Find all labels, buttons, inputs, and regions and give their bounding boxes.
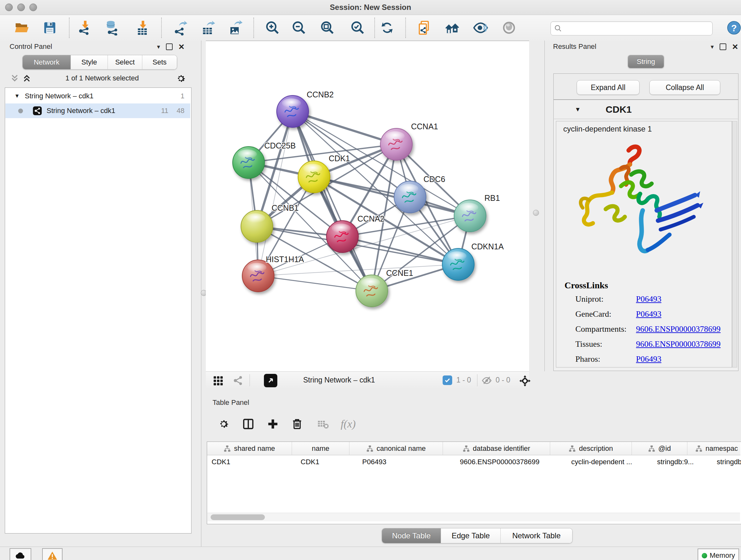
right-splitter[interactable]	[529, 41, 544, 371]
import-network-icon	[77, 20, 92, 36]
show-columns-button[interactable]	[239, 415, 258, 434]
network-edge-CDK1-RB1[interactable]	[314, 177, 470, 216]
save-session-button[interactable]	[41, 19, 59, 37]
zoom-out-button[interactable]	[290, 19, 308, 37]
help-button[interactable]: ?	[725, 19, 741, 37]
tab-select[interactable]: Select	[108, 55, 142, 69]
column-header--id[interactable]: @id	[632, 442, 687, 455]
import-network-database-button[interactable]	[103, 19, 121, 37]
network-node-CCNA2[interactable]	[327, 221, 358, 253]
network-collection-row[interactable]: ▼ String Network – cdk1 1	[5, 89, 190, 104]
export-table-button[interactable]	[199, 19, 217, 37]
table-cell[interactable]: cyclin-dependent ...	[567, 455, 653, 469]
network-edge-CCNB2-CCNE1[interactable]	[293, 111, 372, 291]
column-header-canonical-name[interactable]: canonical name	[349, 442, 443, 455]
table-cell[interactable]: CDK1	[296, 455, 358, 469]
network-overview-button[interactable]	[232, 375, 244, 388]
table-options-button[interactable]	[214, 415, 233, 434]
column-header-description[interactable]: description	[550, 442, 632, 455]
network-row-selected[interactable]: String Network – cdk1 11 48	[5, 104, 190, 118]
birdseye-view-button[interactable]	[264, 374, 277, 387]
zoom-selected-button[interactable]	[349, 19, 367, 37]
string-home-button[interactable]	[443, 19, 461, 37]
import-network-file-button[interactable]	[76, 19, 93, 37]
network-node-CDC25B[interactable]	[232, 146, 265, 179]
column-header-namespac[interactable]: namespac	[687, 442, 741, 455]
collapse-all-networks-button[interactable]	[10, 73, 20, 84]
network-node-CDKN1A[interactable]	[442, 248, 474, 280]
table-row[interactable]: CDK1CDK1P064939606.ENSP00000378699cyclin…	[207, 455, 740, 469]
network-node-CDC6[interactable]	[394, 181, 426, 213]
column-header-database-identifier[interactable]: database identifier	[443, 442, 550, 455]
network-edge-CCNB2-CCNA1[interactable]	[293, 111, 396, 144]
clone-network-button[interactable]	[415, 19, 433, 37]
crosslink-link[interactable]: P06493	[636, 309, 661, 319]
open-session-button[interactable]	[13, 19, 31, 37]
crosslink-link[interactable]: 9606.ENSP00000378699	[636, 339, 721, 349]
table-cell[interactable]: CDK1	[207, 455, 296, 469]
panel-menu-button[interactable]: ▾	[711, 43, 714, 51]
network-node-CCNA1[interactable]	[381, 128, 412, 160]
collapse-triangle-icon[interactable]: ▼	[14, 93, 20, 99]
expand-all-button[interactable]: Expand All	[577, 80, 639, 95]
panel-menu-button[interactable]: ▾	[157, 43, 160, 51]
table-cell[interactable]: stringdb:9...	[653, 455, 712, 469]
cloud-status-button[interactable]	[10, 548, 31, 560]
network-options-button[interactable]	[176, 73, 186, 85]
entry-header[interactable]: ▼ CDK1	[554, 100, 738, 119]
column-header-name[interactable]: name	[292, 442, 349, 455]
window-title: Session: New Session	[0, 0, 741, 15]
export-image-button[interactable]	[226, 19, 245, 37]
refresh-button[interactable]	[378, 19, 396, 37]
tab-edge-table[interactable]: Edge Table	[441, 528, 501, 543]
table-cell[interactable]: stringdb	[712, 455, 741, 469]
network-node-CCNB2[interactable]	[277, 96, 309, 127]
export-network-button[interactable]	[172, 19, 189, 37]
panel-close-button[interactable]: ✕	[179, 44, 185, 50]
network-canvas[interactable]: CCNB2CCNA1CDC25BCDK1CDC6RB1CCNB1CCNA2CDK…	[206, 41, 529, 372]
zoom-in-button[interactable]	[264, 19, 281, 37]
tab-node-table[interactable]: Node Table	[382, 528, 441, 543]
table-cell[interactable]: 9606.ENSP00000378699	[455, 455, 567, 469]
tab-style[interactable]: Style	[71, 55, 108, 69]
collapse-all-button[interactable]: Collapse All	[650, 80, 720, 95]
enhance-graphics-button[interactable]	[472, 19, 489, 37]
grid-view-button[interactable]	[212, 375, 224, 388]
crosslink-link[interactable]: 9606.ENSP00000378699	[636, 324, 721, 334]
crosslink-link[interactable]: P06493	[636, 354, 661, 364]
network-edge-CCNE1-HIST1H1A[interactable]	[258, 276, 372, 291]
warnings-button[interactable]	[42, 548, 63, 560]
tab-network-table[interactable]: Network Table	[501, 528, 572, 543]
tab-sets[interactable]: Sets	[142, 55, 177, 69]
expand-all-networks-button[interactable]	[22, 73, 32, 84]
results-scrollbar[interactable]	[732, 121, 737, 368]
create-column-button[interactable]	[263, 415, 282, 434]
selected-items-checkbox[interactable]	[443, 375, 452, 385]
tab-network[interactable]: Network	[23, 55, 71, 69]
search-field[interactable]	[550, 21, 713, 36]
panel-float-button[interactable]	[720, 44, 726, 50]
panel-float-button[interactable]	[166, 44, 173, 50]
search-input[interactable]	[565, 22, 710, 34]
collapse-triangle-icon[interactable]: ▼	[575, 106, 581, 113]
current-network-dot-icon	[18, 109, 23, 113]
table-horizontal-scrollbar[interactable]	[207, 513, 740, 521]
network-node-CCNB1[interactable]	[241, 210, 273, 242]
right-splitter-handle[interactable]	[533, 210, 539, 216]
delete-column-button[interactable]	[287, 415, 307, 434]
network-node-HIST1H1A[interactable]	[242, 260, 274, 292]
zoom-fit-button[interactable]	[319, 19, 336, 37]
crosslink-link[interactable]: P06493	[636, 294, 661, 304]
tab-string[interactable]: String	[628, 55, 664, 68]
network-node-RB1[interactable]	[454, 200, 486, 232]
table-cell[interactable]: P06493	[358, 455, 455, 469]
fit-content-button[interactable]	[519, 374, 531, 388]
scrollbar-thumb[interactable]	[211, 514, 265, 520]
column-header-shared-name[interactable]: shared name	[207, 442, 292, 455]
network-node-CCNE1[interactable]	[356, 275, 388, 307]
level-of-detail-button[interactable]	[500, 19, 518, 37]
import-table-file-button[interactable]	[133, 19, 151, 37]
network-node-CDK1[interactable]	[298, 161, 330, 193]
panel-close-button[interactable]: ✕	[732, 44, 738, 50]
memory-button[interactable]: Memory	[697, 549, 739, 560]
